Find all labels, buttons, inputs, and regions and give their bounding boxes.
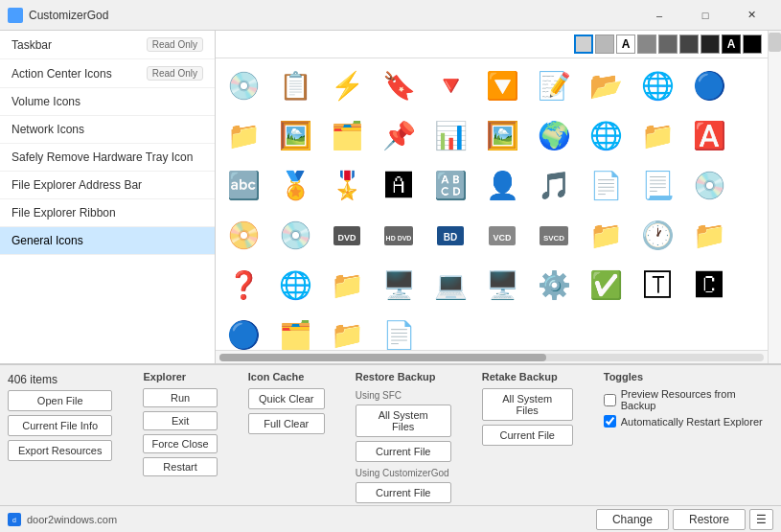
icon-cell[interactable]: 🎵 [530,162,578,210]
icon-cell[interactable]: 📁 [685,212,733,260]
sidebar-item-network[interactable]: Network Icons [0,116,215,144]
icon-cell[interactable]: 🔻 [426,62,474,110]
icon-cell[interactable]: 🅃 [633,262,681,310]
icon-cell[interactable]: 📌 [375,112,423,160]
auto-restart-checkbox[interactable] [604,415,616,428]
sidebar-item-general-icons[interactable]: General Icons [0,227,215,255]
menu-button[interactable]: ☰ [749,509,773,530]
icon-cell[interactable]: 📁 [219,112,267,160]
icon-cell[interactable]: 📊 [426,112,474,160]
icon-cell[interactable]: HD DVD [375,212,423,260]
preview-resources-checkbox[interactable] [604,394,616,406]
run-button[interactable]: Run [143,388,217,407]
color-swatch-6[interactable] [701,35,720,54]
icon-cell[interactable]: 🅰 [375,162,423,210]
icon-cell[interactable]: SVCD [530,212,578,260]
minimize-button[interactable]: – [637,0,681,31]
icon-cell[interactable]: 🕐 [633,212,681,260]
icon-cell[interactable]: 💻 [426,262,474,310]
icon-cell[interactable]: 📁 [633,112,681,160]
sidebar-item-file-explorer-addr[interactable]: File Explorer Address Bar [0,172,215,199]
horizontal-scrollbar[interactable] [216,350,768,363]
icon-cell[interactable]: 🔵 [219,312,267,350]
maximize-button[interactable]: □ [683,0,727,31]
icon-cell[interactable]: 🌐 [633,62,681,110]
color-swatch-a-white[interactable]: A [616,35,635,54]
sidebar-item-file-explorer-ribbon[interactable]: File Explorer Ribbon [0,199,215,227]
retake-all-system-files-button[interactable]: All System Files [482,388,573,421]
restore-cg-current-file-button[interactable]: Current File [356,482,451,503]
icon-cell[interactable]: 🔵 [685,62,733,110]
icon-cell[interactable]: BD [426,212,474,260]
icon-cell[interactable]: 🔤 [219,162,267,210]
restore-button[interactable]: Restore [673,509,746,530]
scrollbar-track[interactable] [219,354,764,361]
restore-current-file-button[interactable]: Current File [356,441,451,462]
icon-cell[interactable]: 📝 [530,62,578,110]
svg-text:d: d [12,517,16,523]
icon-cell[interactable]: 👤 [478,162,526,210]
icon-cell[interactable]: 📋 [271,62,319,110]
exit-button[interactable]: Exit [143,411,217,430]
sidebar-item-safely-remove[interactable]: Safely Remove Hardware Tray Icon [0,144,215,172]
restore-all-system-files-button[interactable]: All System Files [356,405,451,437]
icon-cell[interactable]: 📄 [375,312,423,350]
icon-cell[interactable]: 🗂️ [271,312,319,350]
icon-cell[interactable]: 💿 [271,212,319,260]
icon-cell[interactable]: VCD [478,212,526,260]
icon-cell[interactable]: 📀 [219,212,267,260]
icon-cell[interactable]: ❓ [219,262,267,310]
icon-cell[interactable]: 📁 [323,312,371,350]
auto-restart-explorer-toggle[interactable]: Automatically Restart Explorer [604,415,771,428]
color-swatch-a-black[interactable]: A [722,35,741,54]
icon-cell[interactable]: 🔖 [375,62,423,110]
icon-cell[interactable]: 🌍 [530,112,578,160]
icon-cell[interactable]: 🌐 [271,262,319,310]
color-swatch-2[interactable] [595,35,614,54]
icon-cell[interactable]: 🖥️ [375,262,423,310]
sidebar-item-taskbar[interactable]: Taskbar Read Only [0,31,215,59]
icon-cell[interactable]: ⚡ [323,62,371,110]
icon-cell[interactable]: 🅰️ [685,112,733,160]
icon-cell[interactable]: 🅲 [685,262,733,310]
force-close-button[interactable]: Force Close [143,434,217,453]
color-swatch-3[interactable] [637,35,656,54]
preview-resources-toggle[interactable]: Preview Resources from Backup [604,388,771,411]
retake-current-file-button[interactable]: Current File [482,425,573,446]
icon-cell[interactable]: 📃 [633,162,681,210]
color-swatch-1[interactable] [574,35,593,54]
icon-cell[interactable]: 🖥️ [478,262,526,310]
color-swatch-5[interactable] [679,35,699,54]
color-swatch-4[interactable] [658,35,678,54]
icon-cell[interactable]: 📁 [323,262,371,310]
current-file-info-button[interactable]: Current File Info [8,415,112,436]
sidebar-item-volume[interactable]: Volume Icons [0,88,215,116]
icon-cell[interactable]: 🖼️ [478,112,526,160]
icon-cell[interactable]: 🏅 [271,162,319,210]
scrollbar-thumb[interactable] [219,354,546,361]
icon-cell[interactable]: 🌐 [582,112,630,160]
icon-cell[interactable]: ✅ [582,262,630,310]
sidebar-item-action-center[interactable]: Action Center Icons Read Only [0,59,215,88]
quick-clear-button[interactable]: Quick Clear [248,388,325,409]
right-scrollbar[interactable] [768,31,781,363]
icon-cell[interactable]: 💿 [219,62,267,110]
icon-cell[interactable]: DVD [323,212,371,260]
icon-cell[interactable]: 💿 [685,162,733,210]
restart-button[interactable]: Restart [143,457,217,476]
open-file-button[interactable]: Open File [8,390,112,411]
icon-cell[interactable]: 🎖️ [323,162,371,210]
icon-cell[interactable]: ⚙️ [530,262,578,310]
change-button[interactable]: Change [596,509,669,530]
icon-cell[interactable]: 📄 [582,162,630,210]
icon-cell[interactable]: 📂 [582,62,630,110]
export-resources-button[interactable]: Export Resources [8,440,112,461]
icon-cell[interactable]: 🖼️ [271,112,319,160]
icon-cell[interactable]: 🗂️ [323,112,371,160]
close-button[interactable]: ✕ [729,0,773,31]
icon-cell[interactable]: 🔠 [426,162,474,210]
icon-cell[interactable]: 🔽 [478,62,526,110]
full-clear-button[interactable]: Full Clear [248,413,325,434]
icon-cell[interactable]: 📁 [582,212,630,260]
color-swatch-black[interactable] [743,35,762,54]
